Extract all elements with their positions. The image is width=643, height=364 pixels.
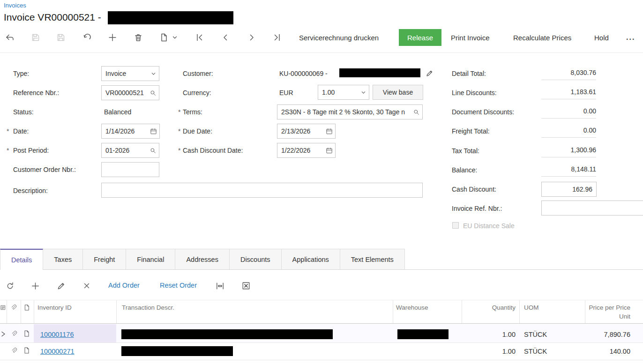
tab-freight[interactable]: Freight bbox=[83, 249, 126, 269]
calendar-icon[interactable] bbox=[150, 128, 157, 135]
go-first-record-button[interactable] bbox=[192, 29, 208, 46]
cash-discount-date-input[interactable] bbox=[277, 147, 326, 154]
column-header-quantity[interactable]: Quantity bbox=[464, 304, 516, 311]
detail-total-value: 8,030.76 bbox=[541, 67, 596, 80]
edit-customer-button[interactable] bbox=[423, 67, 436, 80]
copy-paste-menu-button[interactable] bbox=[170, 29, 180, 46]
back-button[interactable] bbox=[2, 29, 18, 46]
pencil-icon bbox=[426, 69, 434, 77]
tab-discounts[interactable]: Discounts bbox=[230, 249, 282, 269]
inventory-id-link[interactable]: 100001176 bbox=[40, 331, 74, 338]
redacted-transaction-descr bbox=[121, 346, 233, 356]
tab-addresses[interactable]: Addresses bbox=[175, 249, 230, 269]
pencil-icon bbox=[57, 282, 66, 290]
more-actions-button[interactable]: ... bbox=[621, 29, 640, 46]
paperclip-icon[interactable] bbox=[10, 347, 17, 354]
eu-distance-sale-checkbox[interactable] bbox=[452, 222, 459, 229]
go-previous-record-button[interactable] bbox=[217, 29, 233, 46]
tab-financial[interactable]: Financial bbox=[126, 249, 175, 269]
uom-cell[interactable]: STÜCK bbox=[524, 331, 547, 338]
notes-column-header[interactable] bbox=[0, 305, 6, 312]
invoice-ref-nbr-input[interactable] bbox=[542, 204, 643, 212]
lookup-magnifier-icon[interactable] bbox=[150, 89, 157, 97]
grid-delete-row-button[interactable] bbox=[79, 277, 95, 294]
currency-rate-select[interactable]: 1.00 bbox=[318, 85, 369, 100]
print-invoice-button[interactable]: Print Invoice bbox=[446, 29, 494, 46]
grid-refresh-button[interactable] bbox=[2, 277, 18, 294]
due-date-input[interactable] bbox=[277, 127, 326, 135]
go-next-record-button[interactable] bbox=[244, 29, 260, 46]
inventory-id-link[interactable]: 100000271 bbox=[40, 348, 75, 355]
document-column-header[interactable] bbox=[23, 304, 30, 312]
date-input[interactable] bbox=[102, 127, 150, 135]
uom-cell[interactable]: STÜCK bbox=[524, 348, 547, 355]
customer-order-nbr-field bbox=[101, 162, 159, 177]
price-cell[interactable]: 7,890.76 bbox=[574, 331, 630, 338]
cash-discount-input[interactable] bbox=[542, 186, 596, 193]
post-period-input[interactable] bbox=[102, 147, 150, 154]
freight-total-value: 0.00 bbox=[541, 125, 596, 138]
description-input[interactable] bbox=[102, 186, 422, 194]
price-cell[interactable]: 140.00 bbox=[574, 348, 630, 355]
go-last-record-button[interactable] bbox=[269, 29, 285, 46]
document-icon[interactable] bbox=[23, 330, 30, 337]
grid-edit-row-button[interactable] bbox=[53, 277, 69, 294]
tab-applications[interactable]: Applications bbox=[282, 249, 340, 269]
fit-to-screen-button[interactable] bbox=[212, 277, 228, 294]
save-and-close-button[interactable] bbox=[28, 29, 44, 46]
calendar-icon[interactable] bbox=[326, 128, 333, 135]
customer-order-nbr-input[interactable] bbox=[102, 166, 159, 173]
balance-label: Balance: bbox=[452, 166, 477, 174]
balance-value: 8,148.11 bbox=[541, 164, 596, 177]
servicerechnung-drucken-button[interactable]: Servicerechnung drucken bbox=[294, 29, 383, 46]
files-column-header[interactable] bbox=[10, 304, 17, 312]
grid-add-row-button[interactable] bbox=[27, 277, 43, 294]
delete-record-button[interactable] bbox=[130, 29, 146, 46]
column-divider bbox=[462, 300, 462, 323]
paperclip-icon bbox=[10, 304, 17, 311]
column-header-uom[interactable]: UOM bbox=[524, 304, 539, 311]
lookup-magnifier-icon[interactable] bbox=[150, 147, 157, 154]
add-order-link[interactable]: Add Order bbox=[108, 282, 140, 289]
cash-discount-date-label: Cash Discount Date: bbox=[183, 147, 243, 154]
view-base-button[interactable]: View base bbox=[373, 85, 423, 100]
tab-text-elements[interactable]: Text Elements bbox=[340, 249, 405, 269]
save-icon bbox=[56, 33, 66, 42]
reset-order-link[interactable]: Reset Order bbox=[160, 282, 197, 289]
tab-details[interactable]: Details bbox=[0, 249, 43, 270]
chevron-down-icon bbox=[150, 71, 157, 77]
column-header-warehouse[interactable]: Warehouse bbox=[396, 304, 428, 311]
tax-total-label: Tax Total: bbox=[452, 147, 479, 155]
reference-nbr-input[interactable] bbox=[102, 89, 150, 97]
cancel-undo-button[interactable] bbox=[79, 29, 95, 46]
paperclip-icon[interactable] bbox=[10, 330, 17, 337]
export-to-excel-button[interactable] bbox=[238, 277, 254, 294]
hold-button[interactable]: Hold bbox=[590, 29, 613, 46]
column-header-inventory-id[interactable]: Inventory ID bbox=[37, 304, 72, 311]
calendar-icon[interactable] bbox=[326, 147, 333, 154]
copy-paste-button[interactable] bbox=[156, 29, 172, 46]
tab-taxes[interactable]: Taxes bbox=[43, 249, 83, 269]
recalculate-prices-button[interactable]: Recalculate Prices bbox=[508, 29, 576, 46]
release-button[interactable]: Release bbox=[399, 29, 441, 46]
type-select[interactable]: Invoice bbox=[101, 66, 159, 81]
column-header-price-line2[interactable]: Unit bbox=[574, 313, 630, 320]
terms-input[interactable] bbox=[277, 108, 413, 116]
save-button[interactable] bbox=[53, 29, 69, 46]
grid-header-bottom-border bbox=[0, 323, 643, 324]
column-divider bbox=[585, 300, 585, 323]
save-close-icon bbox=[31, 33, 40, 42]
column-header-price-line1[interactable]: Price per Price bbox=[574, 304, 630, 311]
add-new-record-button[interactable] bbox=[105, 29, 120, 46]
column-header-transaction-descr[interactable]: Transaction Descr. bbox=[122, 304, 174, 311]
required-marker: * bbox=[178, 127, 180, 135]
document-icon[interactable] bbox=[23, 347, 30, 354]
lookup-magnifier-icon[interactable] bbox=[413, 109, 420, 116]
tax-total-value: 1,300.96 bbox=[541, 145, 596, 157]
quantity-cell[interactable]: 1.00 bbox=[464, 331, 516, 338]
quantity-cell[interactable]: 1.00 bbox=[464, 348, 516, 355]
trash-icon bbox=[134, 33, 143, 42]
redacted-warehouse bbox=[397, 329, 449, 339]
breadcrumb-invoices[interactable]: Invoices bbox=[4, 2, 26, 9]
redacted-title-customer-name bbox=[108, 11, 233, 24]
